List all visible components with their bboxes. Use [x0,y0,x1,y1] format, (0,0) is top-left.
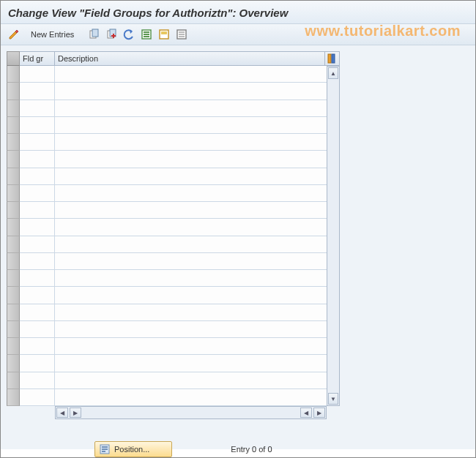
table-row[interactable] [20,355,327,372]
scroll-right-end-button[interactable]: ▶ [313,408,325,418]
row-selector[interactable] [7,151,20,168]
cell-description[interactable] [55,151,327,167]
cell-description[interactable] [55,83,327,99]
table-row[interactable] [20,83,327,100]
table-row[interactable] [20,270,327,287]
scroll-track[interactable] [327,80,339,392]
scroll-down-button[interactable]: ▼ [328,393,338,405]
table-row[interactable] [20,338,327,355]
row-selector[interactable] [7,168,20,185]
new-entries-button[interactable]: New Entries [24,28,81,41]
cell-fld-gr[interactable] [20,168,55,184]
delete-button[interactable] [104,27,119,42]
cell-description[interactable] [55,389,327,405]
row-selector[interactable] [7,338,20,355]
cell-description[interactable] [55,66,327,82]
cell-description[interactable] [55,270,327,286]
table-row[interactable] [20,168,327,185]
cell-description[interactable] [55,100,327,116]
cell-description[interactable] [55,372,327,388]
row-selector[interactable] [7,100,20,117]
row-selector[interactable] [7,355,20,372]
cell-fld-gr[interactable] [20,202,55,218]
cell-fld-gr[interactable] [20,185,55,201]
cell-description[interactable] [55,134,327,150]
row-selector[interactable] [7,270,20,287]
cell-fld-gr[interactable] [20,117,55,133]
scroll-right-button[interactable]: ▶ [70,408,81,418]
select-block-button[interactable] [157,27,171,42]
cell-description[interactable] [55,355,327,371]
cell-fld-gr[interactable] [20,304,55,320]
row-selector[interactable] [7,372,20,389]
cell-fld-gr[interactable] [20,151,55,167]
cell-fld-gr[interactable] [20,321,55,337]
row-selector[interactable] [7,66,20,83]
row-selector[interactable] [7,134,20,151]
cell-description[interactable] [55,168,327,184]
cell-fld-gr[interactable] [20,236,55,252]
table-row[interactable] [20,389,327,406]
copy-button[interactable] [86,27,101,42]
table-row[interactable] [20,185,327,202]
horizontal-scrollbar[interactable]: ◀ ▶ ◀ ▶ [55,406,327,419]
cell-description[interactable] [55,219,327,235]
row-selector[interactable] [7,304,20,321]
cell-fld-gr[interactable] [20,287,55,303]
scroll-up-button[interactable]: ▲ [328,67,338,79]
cell-description[interactable] [55,202,327,218]
table-row[interactable] [20,219,327,236]
undo-button[interactable] [122,27,136,42]
row-selector[interactable] [7,236,20,253]
cell-description[interactable] [55,253,327,269]
table-row[interactable] [20,151,327,168]
cell-fld-gr[interactable] [20,355,55,371]
vertical-scrollbar[interactable]: ▲ ▼ [327,66,340,406]
table-config-button[interactable] [325,51,340,66]
row-selector[interactable] [7,202,20,219]
scroll-left-button[interactable]: ◀ [56,408,68,418]
cell-fld-gr[interactable] [20,66,55,82]
cell-fld-gr[interactable] [20,83,55,99]
select-all-button[interactable] [139,27,154,42]
cell-description[interactable] [55,287,327,303]
table-row[interactable] [20,304,327,321]
row-selector[interactable] [7,117,20,134]
column-header-description[interactable]: Description [55,51,325,66]
selection-header[interactable] [7,51,20,66]
cell-fld-gr[interactable] [20,338,55,354]
row-selector[interactable] [7,185,20,202]
display-change-button[interactable] [7,27,21,42]
table-row[interactable] [20,100,327,117]
cell-fld-gr[interactable] [20,100,55,116]
table-row[interactable] [20,321,327,338]
row-selector[interactable] [7,219,20,236]
cell-description[interactable] [55,185,327,201]
cell-fld-gr[interactable] [20,270,55,286]
row-selector[interactable] [7,83,20,100]
cell-fld-gr[interactable] [20,253,55,269]
table-row[interactable] [20,287,327,304]
column-header-fld-gr[interactable]: Fld gr [20,51,55,66]
cell-description[interactable] [55,117,327,133]
row-selector[interactable] [7,287,20,304]
table-row[interactable] [20,66,327,83]
table-row[interactable] [20,372,327,389]
table-row[interactable] [20,253,327,270]
table-row[interactable] [20,134,327,151]
deselect-button[interactable] [174,27,189,42]
row-selector[interactable] [7,253,20,270]
row-selector[interactable] [7,321,20,338]
row-selector[interactable] [7,389,20,406]
cell-fld-gr[interactable] [20,134,55,150]
cell-fld-gr[interactable] [20,219,55,235]
cell-fld-gr[interactable] [20,389,55,405]
table-row[interactable] [20,117,327,134]
cell-fld-gr[interactable] [20,372,55,388]
scroll-left-end-button[interactable]: ◀ [300,408,312,418]
table-row[interactable] [20,236,327,253]
table-row[interactable] [20,202,327,219]
cell-description[interactable] [55,236,327,252]
cell-description[interactable] [55,338,327,354]
cell-description[interactable] [55,321,327,337]
